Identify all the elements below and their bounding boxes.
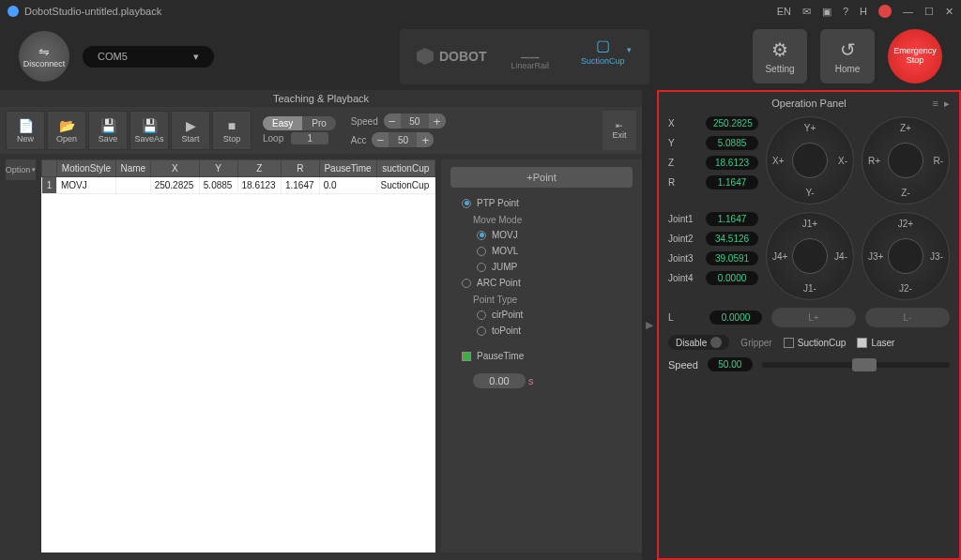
start-button[interactable]: ▶Start: [171, 111, 210, 150]
dropdown-caret-icon[interactable]: ▾: [627, 45, 632, 54]
suction-cup-mode[interactable]: ▢ SuctionCup ▾: [573, 37, 633, 77]
jump-radio[interactable]: JUMP: [450, 259, 633, 275]
speed-plus[interactable]: +: [429, 114, 446, 129]
logo-block: DOBOT ⎯⎯ LinearRail ▢ SuctionCup ▾: [400, 29, 649, 84]
j4-value[interactable]: 0.0000: [706, 271, 758, 285]
new-button[interactable]: 📄New: [6, 111, 45, 150]
r-value[interactable]: 1.1647: [706, 175, 758, 189]
points-table[interactable]: MotionStyle Name X Y Z R PauseTime sucti…: [41, 159, 435, 552]
caret-icon: ▾: [32, 166, 36, 174]
acc-minus[interactable]: −: [372, 132, 389, 147]
acc-plus[interactable]: +: [417, 132, 434, 147]
col-z[interactable]: Z: [237, 160, 281, 177]
speed-value[interactable]: [401, 116, 429, 127]
add-point-button[interactable]: +Point: [450, 167, 633, 188]
col-x[interactable]: X: [150, 160, 199, 177]
jog-pad-xy[interactable]: Y+Y-X+X-: [766, 116, 854, 204]
disconnect-button[interactable]: ⇋ Disconnect: [19, 31, 69, 82]
slider-handle[interactable]: [852, 358, 877, 371]
expand-toggle[interactable]: ▶: [642, 90, 657, 560]
screenshot-icon[interactable]: ▣: [822, 6, 831, 18]
y-value[interactable]: 5.0885: [706, 136, 758, 150]
help-icon[interactable]: ?: [843, 6, 848, 17]
arc-point-radio[interactable]: ARC Point: [450, 275, 633, 291]
jog-pad-j14[interactable]: J1+J1-J4+J4-: [766, 212, 854, 300]
stop-button[interactable]: ■Stop: [212, 111, 252, 150]
minimize-icon[interactable]: —: [903, 6, 913, 17]
folder-icon: 📂: [59, 118, 75, 133]
cell-x[interactable]: 250.2825: [150, 177, 199, 194]
disable-toggle[interactable]: Disable: [668, 335, 729, 350]
z-value[interactable]: 18.6123: [706, 156, 758, 170]
setting-button[interactable]: ⚙ Setting: [753, 29, 807, 83]
jog-pad-zr[interactable]: Z+Z-R+R-: [862, 116, 950, 204]
l-plus-button[interactable]: L+: [771, 308, 856, 327]
cell-tool[interactable]: SuctionCup: [376, 177, 435, 194]
save-button[interactable]: 💾Save: [88, 111, 128, 150]
op-speed-value[interactable]: 50.00: [708, 357, 753, 371]
pausetime-check[interactable]: PauseTime: [450, 348, 633, 364]
ptp-point-radio[interactable]: PTP Point: [450, 195, 633, 211]
mail-icon[interactable]: ✉: [802, 6, 811, 18]
j2-label: Joint2: [668, 234, 700, 244]
pausetime-input[interactable]: 0.00: [473, 373, 526, 388]
h-icon[interactable]: H: [860, 6, 867, 17]
file-icon: 📄: [18, 118, 34, 133]
cell-z[interactable]: 18.6123: [237, 177, 281, 194]
cell-pause[interactable]: 0.0: [319, 177, 376, 194]
col-r[interactable]: R: [281, 160, 319, 177]
l-value[interactable]: 0.0000: [709, 310, 762, 325]
table-row[interactable]: 1 MOVJ 250.2825 5.0885 18.6123 1.1647 0.…: [42, 177, 435, 194]
cell-style[interactable]: MOVJ: [57, 177, 116, 194]
close-icon[interactable]: ✕: [945, 6, 953, 18]
jog-pad-j23[interactable]: J2+J2-J3+J3-: [862, 212, 950, 300]
movl-radio[interactable]: MOVL: [450, 243, 633, 259]
topoint-radio[interactable]: toPoint: [450, 323, 633, 339]
col-y[interactable]: Y: [199, 160, 237, 177]
suctioncup-checkbox[interactable]: [784, 338, 794, 348]
exit-button[interactable]: ⇤ Exit: [603, 111, 636, 150]
col-motionstyle[interactable]: MotionStyle: [57, 160, 116, 177]
emergency-stop-button[interactable]: Emergency Stop: [888, 29, 942, 83]
col-tool[interactable]: suctionCup: [376, 160, 435, 177]
movj-radio[interactable]: MOVJ: [450, 227, 633, 243]
speed-stepper[interactable]: − +: [384, 114, 446, 129]
r-label: R: [668, 177, 700, 188]
maximize-icon[interactable]: ☐: [924, 6, 934, 18]
com-value: COM5: [98, 51, 128, 62]
easy-option[interactable]: Easy: [263, 116, 302, 130]
acc-value[interactable]: [389, 135, 417, 145]
home-button[interactable]: ↺ Home: [820, 29, 875, 83]
speed-minus[interactable]: −: [384, 114, 401, 129]
cell-y[interactable]: 5.0885: [199, 177, 237, 194]
notify-icon[interactable]: [878, 5, 892, 18]
speed-slider[interactable]: [762, 362, 950, 368]
cirpoint-radio[interactable]: cirPoint: [450, 307, 633, 323]
phone-icon: ▢: [596, 37, 610, 54]
col-pausetime[interactable]: PauseTime: [319, 160, 376, 177]
gripper-label: Gripper: [740, 338, 771, 348]
menu-icon[interactable]: ≡: [933, 98, 938, 110]
saveas-button[interactable]: 💾SaveAs: [130, 111, 169, 150]
pro-option[interactable]: Pro: [302, 116, 336, 130]
collapse-icon[interactable]: ▸: [944, 98, 950, 110]
easy-pro-toggle[interactable]: Easy Pro: [263, 116, 336, 130]
j2-value[interactable]: 34.5126: [706, 232, 758, 246]
laser-checkbox[interactable]: [857, 338, 867, 348]
j3-value[interactable]: 39.0591: [706, 251, 758, 265]
acc-stepper[interactable]: − +: [372, 132, 434, 147]
j1-value[interactable]: 1.1647: [706, 212, 758, 226]
loop-input[interactable]: [291, 132, 328, 144]
toolbar: 📄New 📂Open 💾Save 💾SaveAs ▶Start ■Stop Ea…: [0, 107, 642, 154]
linear-rail-mode[interactable]: ⎯⎯ LinearRail: [504, 42, 557, 70]
cell-r[interactable]: 1.1647: [281, 177, 319, 194]
cell-name[interactable]: [115, 177, 150, 194]
x-value[interactable]: 250.2825: [706, 116, 758, 130]
lang-icon[interactable]: EN: [777, 6, 791, 17]
l-minus-button[interactable]: L-: [865, 308, 950, 327]
open-button[interactable]: 📂Open: [47, 111, 86, 150]
com-port-select[interactable]: COM5 ▾: [83, 46, 214, 68]
col-name[interactable]: Name: [115, 160, 150, 177]
option-button[interactable]: Option▾: [6, 159, 36, 180]
gear-icon: ⚙: [771, 38, 788, 61]
